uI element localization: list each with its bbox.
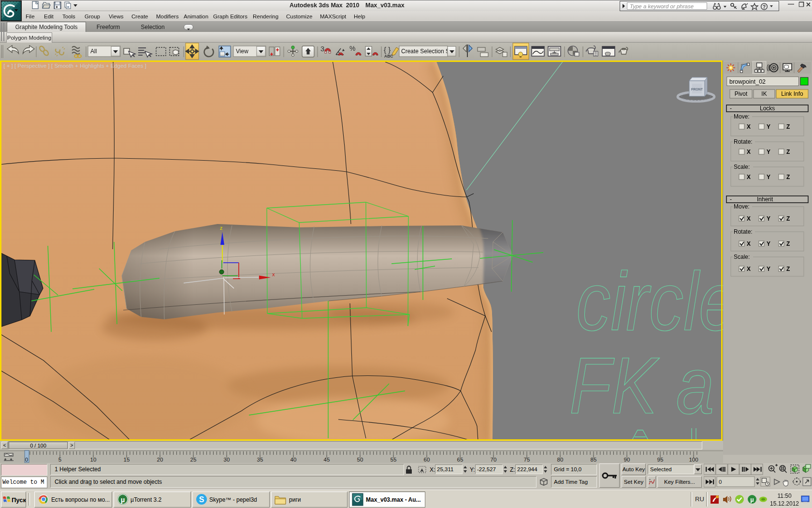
svg-text:µ: µ bbox=[121, 495, 125, 504]
svg-text:30: 30 bbox=[224, 457, 230, 463]
svg-text:X: X bbox=[747, 266, 751, 272]
svg-text:%: % bbox=[349, 45, 355, 52]
svg-text:45: 45 bbox=[324, 457, 330, 463]
svg-text:Y: Y bbox=[767, 123, 770, 130]
svg-text:75: 75 bbox=[524, 457, 530, 463]
svg-text:Max_v03.max - Au...: Max_v03.max - Au... bbox=[366, 496, 421, 503]
svg-text:55: 55 bbox=[391, 457, 397, 463]
svg-text:circle: circle bbox=[576, 255, 723, 347]
svg-text:Inherit: Inherit bbox=[757, 196, 773, 203]
svg-text:{ }: { } bbox=[384, 45, 391, 54]
svg-text:Skype™ - pepel3d: Skype™ - pepel3d bbox=[209, 496, 257, 503]
svg-text:-: - bbox=[730, 196, 732, 203]
svg-text:25: 25 bbox=[190, 457, 197, 463]
svg-text:Y: Y bbox=[767, 240, 770, 247]
svg-text:20: 20 bbox=[157, 457, 163, 463]
svg-text:Z: Z bbox=[786, 215, 790, 222]
svg-text:Scale:: Scale: bbox=[734, 164, 750, 170]
svg-text:x: x bbox=[272, 271, 275, 277]
svg-text:S: S bbox=[199, 495, 204, 504]
svg-text:Z: Z bbox=[786, 266, 790, 272]
svg-text:Y: Y bbox=[767, 266, 770, 272]
svg-text:browpoint_02: browpoint_02 bbox=[729, 78, 766, 85]
svg-text:50: 50 bbox=[357, 457, 363, 463]
svg-text:X: X bbox=[747, 174, 751, 180]
svg-text:Pivot: Pivot bbox=[735, 90, 748, 97]
svg-text:Y: Y bbox=[767, 174, 770, 180]
svg-text:µ: µ bbox=[750, 496, 754, 503]
svg-text:Пуск: Пуск bbox=[12, 496, 26, 504]
svg-text:Rotate:: Rotate: bbox=[734, 228, 753, 235]
svg-text:Y: Y bbox=[767, 149, 770, 155]
svg-text:Create Selection Se: Create Selection Se bbox=[401, 48, 453, 55]
svg-text:Move:: Move: bbox=[734, 203, 750, 210]
svg-text:z: z bbox=[220, 225, 223, 231]
svg-text:3: 3 bbox=[320, 45, 324, 53]
svg-text:µTorrent 3.2: µTorrent 3.2 bbox=[130, 496, 162, 503]
svg-text:[ + ] [ Perspective ] [ Smooth: [ + ] [ Perspective ] [ Smooth + Highlig… bbox=[3, 63, 146, 69]
svg-text:15: 15 bbox=[124, 457, 130, 463]
svg-text:40: 40 bbox=[290, 457, 297, 463]
svg-text:All: All bbox=[90, 48, 97, 55]
svg-text:риги: риги bbox=[289, 496, 301, 503]
svg-text:0: 0 bbox=[25, 457, 28, 463]
svg-text:Move:: Move: bbox=[734, 113, 750, 120]
svg-text:Есть вопросы по мо...: Есть вопросы по мо... bbox=[51, 496, 110, 503]
svg-text:IK: IK bbox=[761, 90, 767, 97]
svg-text:FK a: FK a bbox=[569, 341, 714, 430]
svg-text:10: 10 bbox=[90, 457, 97, 463]
svg-text:70: 70 bbox=[491, 457, 497, 463]
svg-text:60: 60 bbox=[424, 457, 430, 463]
svg-text:65: 65 bbox=[457, 457, 464, 463]
svg-text:Locks: Locks bbox=[760, 105, 775, 112]
svg-text:Scale:: Scale: bbox=[734, 254, 750, 260]
svg-text:Z: Z bbox=[786, 123, 790, 130]
svg-text:5: 5 bbox=[58, 457, 61, 463]
svg-text:95: 95 bbox=[657, 457, 664, 463]
svg-text:90: 90 bbox=[624, 457, 630, 463]
svg-text:Link Info: Link Info bbox=[781, 90, 803, 97]
svg-text:X: X bbox=[747, 240, 751, 247]
svg-text:?: ? bbox=[763, 4, 766, 10]
svg-text:Z: Z bbox=[786, 240, 790, 247]
svg-text:35: 35 bbox=[257, 457, 263, 463]
svg-text:80: 80 bbox=[557, 457, 564, 463]
svg-text:0: 0 bbox=[719, 479, 722, 485]
svg-text:X: X bbox=[747, 215, 751, 222]
svg-text:-: - bbox=[730, 105, 732, 112]
svg-text:85: 85 bbox=[591, 457, 597, 463]
svg-text:Z: Z bbox=[786, 149, 790, 155]
svg-text:FRONT: FRONT bbox=[691, 88, 703, 91]
svg-text:100: 100 bbox=[689, 457, 698, 463]
svg-text:Y: Y bbox=[767, 215, 770, 222]
svg-text:X: X bbox=[747, 123, 751, 130]
svg-text:View: View bbox=[236, 48, 248, 55]
svg-text:ABC: ABC bbox=[384, 54, 393, 59]
svg-text:Rotate:: Rotate: bbox=[734, 138, 753, 145]
svg-text:X: X bbox=[747, 149, 751, 155]
svg-text:Z: Z bbox=[786, 174, 790, 180]
